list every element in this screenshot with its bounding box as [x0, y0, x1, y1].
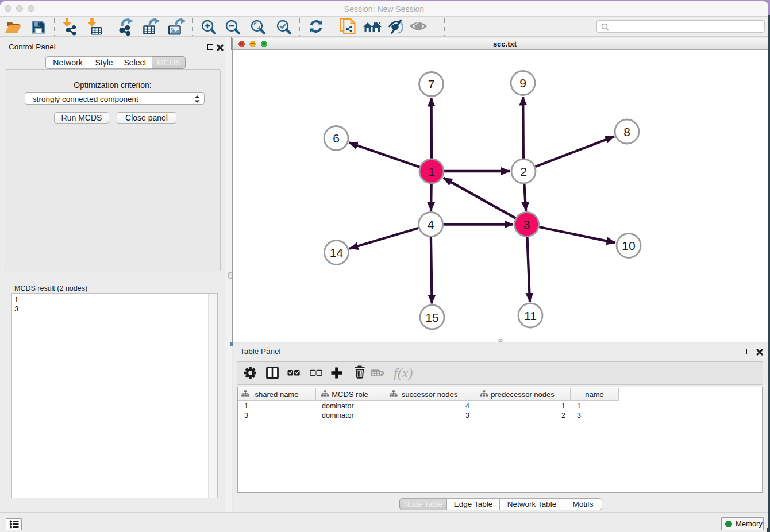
svg-text:8: 8 [623, 125, 630, 138]
svg-text:11: 11 [524, 309, 537, 322]
svg-text:6: 6 [333, 132, 340, 145]
svg-text:2: 2 [520, 165, 527, 178]
svg-text:4: 4 [428, 218, 434, 231]
svg-text:10: 10 [622, 239, 635, 252]
svg-text:15: 15 [425, 311, 438, 324]
svg-text:7: 7 [428, 78, 435, 91]
svg-text:9: 9 [519, 76, 526, 90]
svg-text:3: 3 [523, 218, 530, 231]
svg-text:f(x): f(x) [394, 365, 413, 380]
svg-text:1: 1 [428, 165, 435, 178]
svg-text:14: 14 [330, 246, 344, 259]
